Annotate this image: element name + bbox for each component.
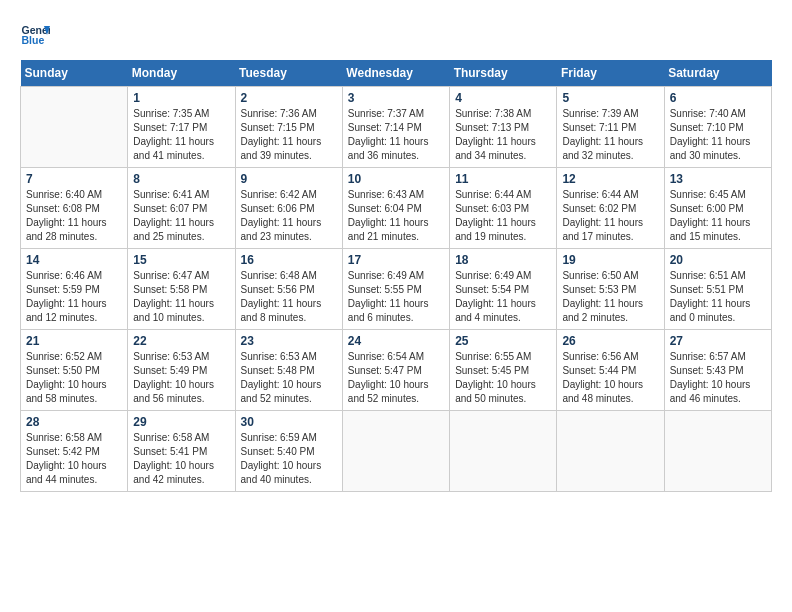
calendar-table: SundayMondayTuesdayWednesdayThursdayFrid… <box>20 60 772 492</box>
calendar-cell: 16Sunrise: 6:48 AMSunset: 5:56 PMDayligh… <box>235 249 342 330</box>
day-number: 9 <box>241 172 337 186</box>
calendar-cell: 9Sunrise: 6:42 AMSunset: 6:06 PMDaylight… <box>235 168 342 249</box>
day-number: 24 <box>348 334 444 348</box>
day-info: Sunrise: 6:45 AMSunset: 6:00 PMDaylight:… <box>670 188 766 244</box>
calendar-week-row: 21Sunrise: 6:52 AMSunset: 5:50 PMDayligh… <box>21 330 772 411</box>
day-info: Sunrise: 6:53 AMSunset: 5:48 PMDaylight:… <box>241 350 337 406</box>
calendar-week-row: 28Sunrise: 6:58 AMSunset: 5:42 PMDayligh… <box>21 411 772 492</box>
day-number: 11 <box>455 172 551 186</box>
calendar-cell: 5Sunrise: 7:39 AMSunset: 7:11 PMDaylight… <box>557 87 664 168</box>
day-info: Sunrise: 6:42 AMSunset: 6:06 PMDaylight:… <box>241 188 337 244</box>
weekday-header: Friday <box>557 60 664 87</box>
day-info: Sunrise: 6:43 AMSunset: 6:04 PMDaylight:… <box>348 188 444 244</box>
calendar-cell: 13Sunrise: 6:45 AMSunset: 6:00 PMDayligh… <box>664 168 771 249</box>
calendar-cell <box>450 411 557 492</box>
calendar-cell: 22Sunrise: 6:53 AMSunset: 5:49 PMDayligh… <box>128 330 235 411</box>
day-number: 4 <box>455 91 551 105</box>
calendar-cell: 7Sunrise: 6:40 AMSunset: 6:08 PMDaylight… <box>21 168 128 249</box>
day-number: 18 <box>455 253 551 267</box>
calendar-week-row: 7Sunrise: 6:40 AMSunset: 6:08 PMDaylight… <box>21 168 772 249</box>
calendar-cell: 1Sunrise: 7:35 AMSunset: 7:17 PMDaylight… <box>128 87 235 168</box>
day-number: 13 <box>670 172 766 186</box>
day-number: 25 <box>455 334 551 348</box>
day-number: 12 <box>562 172 658 186</box>
day-number: 28 <box>26 415 122 429</box>
header: General Blue <box>20 20 772 50</box>
calendar-cell: 4Sunrise: 7:38 AMSunset: 7:13 PMDaylight… <box>450 87 557 168</box>
day-info: Sunrise: 6:49 AMSunset: 5:55 PMDaylight:… <box>348 269 444 325</box>
day-number: 19 <box>562 253 658 267</box>
calendar-cell: 11Sunrise: 6:44 AMSunset: 6:03 PMDayligh… <box>450 168 557 249</box>
day-info: Sunrise: 7:39 AMSunset: 7:11 PMDaylight:… <box>562 107 658 163</box>
calendar-cell: 24Sunrise: 6:54 AMSunset: 5:47 PMDayligh… <box>342 330 449 411</box>
day-info: Sunrise: 6:57 AMSunset: 5:43 PMDaylight:… <box>670 350 766 406</box>
day-number: 16 <box>241 253 337 267</box>
calendar-cell: 19Sunrise: 6:50 AMSunset: 5:53 PMDayligh… <box>557 249 664 330</box>
day-info: Sunrise: 7:38 AMSunset: 7:13 PMDaylight:… <box>455 107 551 163</box>
calendar-cell: 8Sunrise: 6:41 AMSunset: 6:07 PMDaylight… <box>128 168 235 249</box>
calendar-cell: 23Sunrise: 6:53 AMSunset: 5:48 PMDayligh… <box>235 330 342 411</box>
day-number: 26 <box>562 334 658 348</box>
day-number: 21 <box>26 334 122 348</box>
day-number: 22 <box>133 334 229 348</box>
day-info: Sunrise: 6:48 AMSunset: 5:56 PMDaylight:… <box>241 269 337 325</box>
calendar-cell: 6Sunrise: 7:40 AMSunset: 7:10 PMDaylight… <box>664 87 771 168</box>
day-number: 15 <box>133 253 229 267</box>
day-number: 23 <box>241 334 337 348</box>
day-number: 1 <box>133 91 229 105</box>
weekday-header-row: SundayMondayTuesdayWednesdayThursdayFrid… <box>21 60 772 87</box>
day-info: Sunrise: 6:50 AMSunset: 5:53 PMDaylight:… <box>562 269 658 325</box>
weekday-header: Saturday <box>664 60 771 87</box>
day-info: Sunrise: 6:47 AMSunset: 5:58 PMDaylight:… <box>133 269 229 325</box>
logo-icon: General Blue <box>20 20 50 50</box>
calendar-cell: 10Sunrise: 6:43 AMSunset: 6:04 PMDayligh… <box>342 168 449 249</box>
logo: General Blue <box>20 20 54 50</box>
weekday-header: Sunday <box>21 60 128 87</box>
day-info: Sunrise: 6:49 AMSunset: 5:54 PMDaylight:… <box>455 269 551 325</box>
calendar-cell: 20Sunrise: 6:51 AMSunset: 5:51 PMDayligh… <box>664 249 771 330</box>
day-number: 7 <box>26 172 122 186</box>
calendar-cell: 25Sunrise: 6:55 AMSunset: 5:45 PMDayligh… <box>450 330 557 411</box>
day-number: 3 <box>348 91 444 105</box>
calendar-cell: 17Sunrise: 6:49 AMSunset: 5:55 PMDayligh… <box>342 249 449 330</box>
day-info: Sunrise: 6:55 AMSunset: 5:45 PMDaylight:… <box>455 350 551 406</box>
day-info: Sunrise: 6:59 AMSunset: 5:40 PMDaylight:… <box>241 431 337 487</box>
day-info: Sunrise: 6:52 AMSunset: 5:50 PMDaylight:… <box>26 350 122 406</box>
day-number: 10 <box>348 172 444 186</box>
day-number: 17 <box>348 253 444 267</box>
calendar-cell: 3Sunrise: 7:37 AMSunset: 7:14 PMDaylight… <box>342 87 449 168</box>
day-info: Sunrise: 7:36 AMSunset: 7:15 PMDaylight:… <box>241 107 337 163</box>
day-info: Sunrise: 6:58 AMSunset: 5:41 PMDaylight:… <box>133 431 229 487</box>
svg-text:Blue: Blue <box>22 34 45 46</box>
weekday-header: Tuesday <box>235 60 342 87</box>
calendar-cell: 28Sunrise: 6:58 AMSunset: 5:42 PMDayligh… <box>21 411 128 492</box>
day-info: Sunrise: 7:40 AMSunset: 7:10 PMDaylight:… <box>670 107 766 163</box>
day-info: Sunrise: 6:44 AMSunset: 6:03 PMDaylight:… <box>455 188 551 244</box>
day-number: 14 <box>26 253 122 267</box>
day-info: Sunrise: 6:44 AMSunset: 6:02 PMDaylight:… <box>562 188 658 244</box>
calendar-week-row: 14Sunrise: 6:46 AMSunset: 5:59 PMDayligh… <box>21 249 772 330</box>
calendar-cell: 2Sunrise: 7:36 AMSunset: 7:15 PMDaylight… <box>235 87 342 168</box>
day-info: Sunrise: 6:40 AMSunset: 6:08 PMDaylight:… <box>26 188 122 244</box>
calendar-cell: 18Sunrise: 6:49 AMSunset: 5:54 PMDayligh… <box>450 249 557 330</box>
calendar-cell: 29Sunrise: 6:58 AMSunset: 5:41 PMDayligh… <box>128 411 235 492</box>
weekday-header: Monday <box>128 60 235 87</box>
weekday-header: Wednesday <box>342 60 449 87</box>
calendar-cell: 14Sunrise: 6:46 AMSunset: 5:59 PMDayligh… <box>21 249 128 330</box>
day-info: Sunrise: 6:58 AMSunset: 5:42 PMDaylight:… <box>26 431 122 487</box>
day-number: 2 <box>241 91 337 105</box>
calendar-cell <box>21 87 128 168</box>
calendar-week-row: 1Sunrise: 7:35 AMSunset: 7:17 PMDaylight… <box>21 87 772 168</box>
day-number: 6 <box>670 91 766 105</box>
day-number: 30 <box>241 415 337 429</box>
day-info: Sunrise: 7:35 AMSunset: 7:17 PMDaylight:… <box>133 107 229 163</box>
day-info: Sunrise: 6:51 AMSunset: 5:51 PMDaylight:… <box>670 269 766 325</box>
calendar-cell: 21Sunrise: 6:52 AMSunset: 5:50 PMDayligh… <box>21 330 128 411</box>
calendar-cell: 12Sunrise: 6:44 AMSunset: 6:02 PMDayligh… <box>557 168 664 249</box>
day-info: Sunrise: 6:41 AMSunset: 6:07 PMDaylight:… <box>133 188 229 244</box>
calendar-cell: 26Sunrise: 6:56 AMSunset: 5:44 PMDayligh… <box>557 330 664 411</box>
day-number: 29 <box>133 415 229 429</box>
calendar-cell <box>557 411 664 492</box>
day-number: 5 <box>562 91 658 105</box>
day-info: Sunrise: 6:53 AMSunset: 5:49 PMDaylight:… <box>133 350 229 406</box>
